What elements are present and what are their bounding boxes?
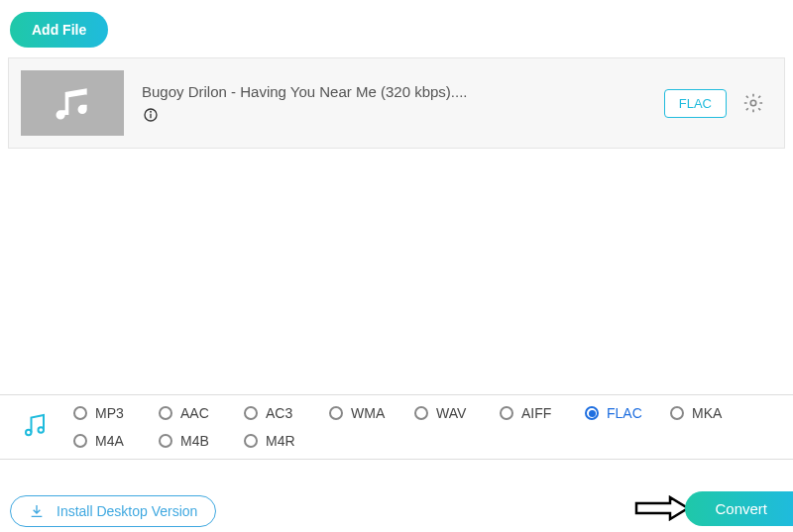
format-option-wma[interactable]: WMA xyxy=(329,405,414,421)
format-options: MP3AACAC3WMAWAVAIFFFLACMKAM4AM4BM4R xyxy=(73,405,757,449)
file-meta: Bugoy Drilon - Having You Near Me (320 k… xyxy=(124,83,664,124)
file-thumbnail xyxy=(21,70,124,136)
radio-icon xyxy=(73,434,87,448)
svg-point-2 xyxy=(151,111,152,112)
file-row: Bugoy Drilon - Having You Near Me (320 k… xyxy=(8,57,785,149)
format-section: MP3AACAC3WMAWAVAIFFFLACMKAM4AM4BM4R xyxy=(0,394,793,460)
radio-icon xyxy=(500,406,513,420)
file-title: Bugoy Drilon - Having You Near Me (320 k… xyxy=(142,83,664,100)
radio-icon xyxy=(670,406,684,420)
arrow-annotation xyxy=(634,495,690,525)
info-icon[interactable] xyxy=(142,106,160,124)
format-option-m4r[interactable]: M4R xyxy=(244,433,329,449)
svg-point-3 xyxy=(750,100,756,106)
install-desktop-button[interactable]: Install Desktop Version xyxy=(10,495,216,527)
file-actions: FLAC xyxy=(664,89,764,118)
format-option-label: MKA xyxy=(692,405,722,421)
format-option-ac3[interactable]: AC3 xyxy=(244,405,329,421)
format-option-label: MP3 xyxy=(95,405,124,421)
format-option-m4a[interactable]: M4A xyxy=(73,433,159,449)
radio-icon xyxy=(329,406,343,420)
radio-icon xyxy=(244,406,258,420)
format-option-label: WMA xyxy=(351,405,385,421)
convert-button[interactable]: Convert xyxy=(685,491,793,526)
format-option-flac[interactable]: FLAC xyxy=(585,405,670,421)
radio-icon xyxy=(159,406,172,420)
radio-icon xyxy=(244,434,258,448)
format-option-label: M4A xyxy=(95,433,124,449)
radio-icon xyxy=(585,406,599,420)
gear-icon[interactable] xyxy=(742,92,764,114)
file-format-badge[interactable]: FLAC xyxy=(664,89,727,118)
install-desktop-label: Install Desktop Version xyxy=(57,503,197,519)
format-option-label: AC3 xyxy=(266,405,292,421)
format-option-aiff[interactable]: AIFF xyxy=(500,405,585,421)
format-option-label: AIFF xyxy=(521,405,551,421)
format-option-label: M4B xyxy=(180,433,209,449)
radio-icon xyxy=(73,406,87,420)
format-option-label: M4R xyxy=(266,433,295,449)
music-note-icon xyxy=(51,81,94,125)
format-option-mp3[interactable]: MP3 xyxy=(73,405,159,421)
format-option-m4b[interactable]: M4B xyxy=(159,433,244,449)
format-music-icon xyxy=(20,410,50,444)
format-option-label: FLAC xyxy=(607,405,642,421)
format-option-wav[interactable]: WAV xyxy=(414,405,500,421)
radio-icon xyxy=(159,434,172,448)
format-option-label: AAC xyxy=(180,405,209,421)
download-icon xyxy=(29,503,45,519)
format-option-aac[interactable]: AAC xyxy=(159,405,244,421)
format-option-label: WAV xyxy=(436,405,466,421)
format-option-mka[interactable]: MKA xyxy=(670,405,755,421)
radio-icon xyxy=(414,406,428,420)
add-file-button[interactable]: Add File xyxy=(10,12,108,48)
